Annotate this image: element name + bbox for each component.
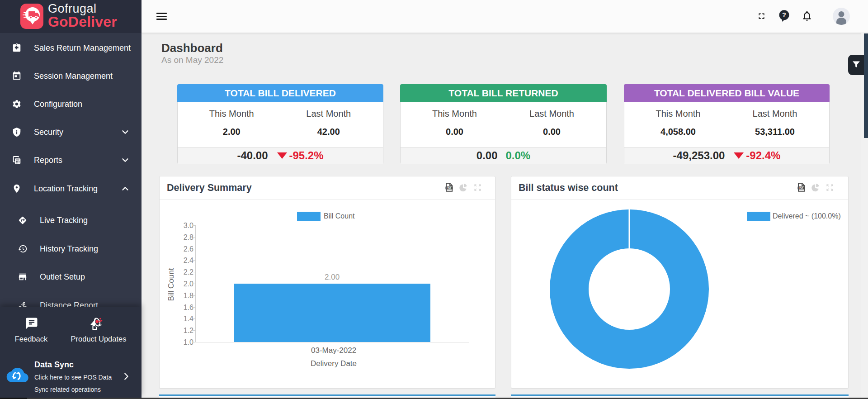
svg-text:PDF: PDF — [447, 186, 452, 189]
svg-text:PDF: PDF — [799, 186, 804, 189]
svg-text:?: ? — [782, 11, 786, 19]
